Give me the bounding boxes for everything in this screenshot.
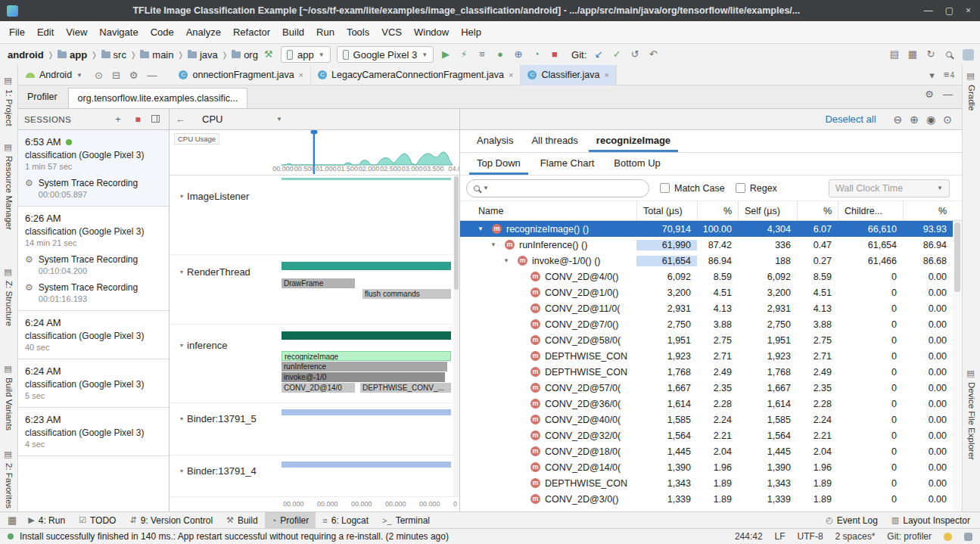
stripe-gradle[interactable]: ▤Gradle (966, 71, 976, 111)
commit-icon[interactable]: ✓ (608, 45, 626, 64)
indent-widget[interactable]: 2 spaces* (835, 531, 876, 542)
recording-item[interactable]: ⚙System Trace Recording00:01:16.193 (25, 282, 162, 303)
menu-navigate[interactable]: Navigate (93, 21, 144, 44)
zoom-in-icon[interactable]: ⊕ (906, 113, 922, 126)
debug-icon[interactable]: ● (491, 45, 509, 64)
menu-window[interactable]: Window (408, 21, 455, 44)
reset-zoom-icon[interactable]: ◉ (922, 113, 939, 126)
stripe-1-project[interactable]: ▤1: Project (4, 76, 14, 126)
deselect-all-link[interactable]: Deselect all (825, 113, 876, 125)
build-hammer-icon[interactable]: ⚒ (260, 45, 278, 64)
stripe-resource-manager[interactable]: ▤Resource Manager (4, 142, 14, 230)
table-row[interactable]: ▼minvoke@-1/0() ()61,65486.941880.2761,4… (460, 253, 953, 269)
run-config-select[interactable]: app ▼ (281, 46, 331, 63)
editor-tab[interactable]: ConnectionFragment.java× (172, 65, 311, 85)
table-row[interactable]: mCONV_2D@3/0()1,3391.891,3391.8900.00 (460, 491, 953, 507)
recording-item[interactable]: ⚙System Trace Recording00:10:04.200 (25, 254, 162, 275)
menu-edit[interactable]: Edit (31, 21, 60, 44)
notifications-icon[interactable] (944, 533, 952, 541)
trace-event-bar[interactable]: recognizeImage (282, 351, 451, 361)
table-row[interactable]: ▼mrunInference() ()61,99087.423360.4761,… (460, 237, 953, 253)
table-row[interactable]: ▼mrecognizeImage() ()70,914100.004,3046.… (460, 221, 953, 237)
search-everywhere-icon[interactable] (940, 45, 958, 64)
stage-select[interactable]: CPU ▼ (198, 113, 287, 125)
tool-button-6-logcat[interactable]: ≡6: Logcat (316, 512, 375, 529)
profile-icon[interactable]: ◔ (527, 45, 546, 64)
tool-button-terminal[interactable]: >_Terminal (375, 512, 437, 529)
thread-lane-label[interactable]: ▾ImageListener (180, 191, 249, 202)
editor-list-icon[interactable]: ≡4 (939, 64, 959, 85)
table-row[interactable]: mDEPTHWISE_CON1,7682.491,7682.4900.00 (460, 364, 953, 380)
breadcrumb-item[interactable]: org (230, 49, 260, 61)
trace-event-bar[interactable]: DrawFrame (282, 278, 355, 288)
trace-event-bar[interactable]: flush commands (362, 289, 451, 299)
close-button[interactable]: × (966, 5, 971, 16)
column-header[interactable]: Self (µs) (738, 201, 797, 220)
menu-run[interactable]: Run (310, 21, 341, 44)
table-row[interactable]: mDEPTHWISE_CON1,9232.711,9232.7100.00 (460, 348, 953, 364)
stripe-build-variants[interactable]: ▤Build Variants (4, 364, 14, 431)
table-row[interactable]: mCONV_2D@57/0(1,6672.351,6672.3500.00 (460, 380, 953, 396)
scrollbar-thumb[interactable] (454, 176, 459, 290)
trace-event-bar[interactable]: DEPTHWISE_CONV_... (360, 383, 451, 393)
trace-event-bar[interactable]: CONV_2D@14/0 (282, 383, 355, 393)
tool-window-switcher-icon[interactable]: ▦ (3, 510, 21, 530)
hide-tabs-icon[interactable]: ▾ (925, 65, 939, 85)
column-header[interactable]: Name (460, 201, 636, 220)
settings-icon[interactable]: ⚙ (125, 65, 143, 85)
zoom-selection-icon[interactable]: ⊙ (939, 113, 956, 126)
zoom-out-icon[interactable]: ⊖ (890, 113, 907, 126)
close-tab-icon[interactable]: × (605, 70, 609, 79)
thread-state-bar[interactable] (282, 462, 451, 468)
tool-button-9-version-control[interactable]: ⇵9: Version Control (123, 512, 219, 529)
hide-panel-icon[interactable]: — (938, 84, 957, 104)
menu-tools[interactable]: Tools (341, 21, 375, 44)
tool-button-profiler[interactable]: ◔Profiler (265, 512, 316, 529)
profile-avatar-icon[interactable] (963, 49, 974, 61)
subtab-bottom-up[interactable]: Bottom Up (606, 153, 667, 175)
breadcrumb-item[interactable]: java (186, 49, 219, 61)
column-header[interactable]: % (903, 201, 953, 220)
thread-lane-label[interactable]: ▾Binder:13791_5 (180, 413, 257, 424)
run-icon[interactable]: ▶ (437, 45, 455, 64)
stripe-2-favorites[interactable]: ▤2: Favorites (4, 449, 14, 508)
menu-build[interactable]: Build (276, 21, 310, 44)
scrollbar-thumb[interactable] (954, 222, 960, 292)
git-branch-widget[interactable]: Git: profiler (887, 531, 932, 542)
thread-state-bar[interactable] (282, 262, 451, 270)
close-tab-icon[interactable]: × (509, 70, 513, 79)
table-row[interactable]: mCONV_2D@36/0(1,6142.281,6142.2800.00 (460, 396, 953, 412)
filter-box[interactable]: ▼ (466, 179, 649, 197)
breadcrumb-item[interactable]: src (100, 49, 128, 61)
collapse-sessions-icon[interactable] (148, 114, 163, 125)
regex-checkbox[interactable]: Regex (736, 183, 777, 194)
subtab-top-down[interactable]: Top Down (469, 153, 528, 175)
encoding-widget[interactable]: UTF-8 (798, 531, 823, 542)
recording-item[interactable]: ⚙System Trace Recording00:00:05.897 (25, 178, 162, 199)
tab-analysis[interactable]: Analysis (469, 130, 521, 152)
locate-file-icon[interactable]: ⊙ (90, 65, 107, 85)
menu-vcs[interactable]: VCS (375, 21, 408, 44)
table-row[interactable]: mCONV_2D@7/0()2,7503.882,7503.8800.00 (460, 316, 953, 332)
table-row[interactable]: mCONV_2D@1/0()3,2004.513,2004.5100.00 (460, 284, 953, 300)
table-row[interactable]: mCONV_2D@40/0(1,5852.241,5852.2400.00 (460, 412, 953, 427)
editor-tab[interactable]: CClassifier.java× (521, 65, 617, 85)
rollback-icon[interactable]: ↶ (644, 45, 662, 64)
attach-debugger-icon[interactable]: ⊕ (509, 45, 527, 64)
breadcrumb-item[interactable]: app (56, 49, 89, 61)
table-row[interactable]: mDEPTHWISE_CON1,3431.891,3431.8900.00 (460, 475, 953, 491)
session-item[interactable]: 6:24 AMclassification (Google Pixel 3)5 … (18, 359, 169, 408)
table-row[interactable]: mCONV_2D@4/0()6,0928.596,0928.5900.00 (460, 269, 953, 284)
table-row[interactable]: mCONV_2D@32/0(1,5642.211,5642.2100.00 (460, 427, 953, 443)
close-tab-icon[interactable]: × (299, 70, 303, 79)
filter-input[interactable] (492, 183, 642, 194)
trace-event-bar[interactable]: invoke@-1/0 (282, 372, 445, 382)
subtab-flame-chart[interactable]: Flame Chart (533, 153, 602, 175)
profiler-session-tab[interactable]: org.tensorflow.lite.examples.classific..… (68, 88, 248, 108)
cursor-position-widget[interactable]: 244:42 (735, 531, 763, 542)
expand-arrow-icon[interactable]: ▼ (478, 225, 492, 232)
minimize-button[interactable]: — (924, 5, 933, 16)
column-header[interactable]: % (797, 201, 838, 220)
session-item[interactable]: 6:23 AMclassification (Google Pixel 3)4 … (18, 408, 169, 456)
thread-lane-label[interactable]: ▾Binder:13791_4 (180, 465, 257, 477)
